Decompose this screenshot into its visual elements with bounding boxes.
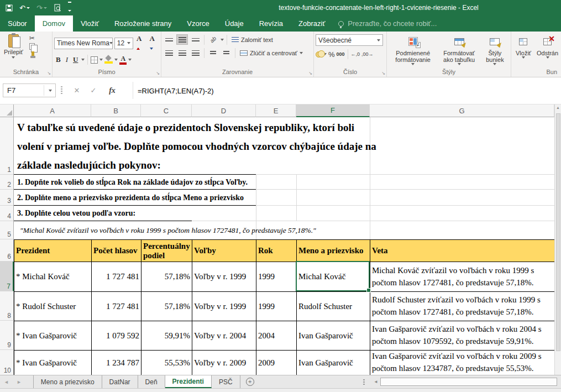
- decrease-indent-button[interactable]: [207, 48, 219, 58]
- row-header-2[interactable]: 2: [0, 175, 14, 190]
- instruction-intro[interactable]: V tabuľke sú uvedené údaje o prezidentoc…: [17, 118, 379, 175]
- cell-E9[interactable]: 2004: [256, 321, 297, 351]
- cancel-button[interactable]: ✕: [70, 83, 84, 97]
- cell-D10[interactable]: Voľby v r. 2009: [192, 351, 256, 375]
- delete-cells-button[interactable]: ✕ Odstrán: [534, 33, 561, 60]
- header-pocet-hlasov[interactable]: Počet hlasov: [92, 240, 141, 262]
- bold-button[interactable]: B: [54, 55, 62, 64]
- select-all-corner[interactable]: [0, 104, 14, 117]
- cell-D7[interactable]: Voľby v r. 1999: [192, 262, 256, 292]
- number-format-select[interactable]: Všeobecné: [316, 34, 383, 46]
- wrap-text-button[interactable]: Zalomiť text: [230, 36, 275, 44]
- paste-button[interactable]: Prilepiť: [2, 33, 25, 60]
- horizontal-scrollbar-thumb[interactable]: [380, 378, 557, 386]
- tab-revizia[interactable]: Revízia: [251, 15, 291, 32]
- row-header-4[interactable]: 4: [0, 206, 14, 221]
- cell-F8[interactable]: Rudolf Schuster: [297, 292, 370, 321]
- tab-vlozit[interactable]: Vložiť: [73, 15, 107, 32]
- instruction-step2[interactable]: 2. Doplňte meno a priezvisko prezidenta …: [17, 190, 244, 206]
- cell-E10[interactable]: 2009: [256, 351, 297, 375]
- tab-udaje[interactable]: Údaje: [217, 15, 251, 32]
- cell-F10[interactable]: Ivan Gašparovič: [297, 351, 370, 375]
- redo-button[interactable]: ↷: [36, 4, 47, 12]
- insert-cells-button[interactable]: Vložiť: [513, 33, 534, 60]
- shrink-font-button[interactable]: A: [148, 34, 159, 52]
- tell-me-box[interactable]: Prezraďte, čo chcete robiť...: [333, 15, 442, 32]
- scroll-left-icon[interactable]: ◄: [371, 379, 380, 384]
- cell-C10[interactable]: 55,53%: [141, 351, 192, 375]
- sheet-tab-den[interactable]: Deň: [138, 375, 165, 388]
- cell-B10[interactable]: 1 234 787: [92, 351, 141, 375]
- vertical-scrollbar-thumb[interactable]: [556, 113, 560, 351]
- cell-styles-button[interactable]: Štýly buniek: [481, 33, 509, 66]
- tab-vzorce[interactable]: Vzorce: [179, 15, 217, 32]
- undo-button[interactable]: ↶: [19, 4, 30, 12]
- italic-button[interactable]: I: [64, 55, 70, 64]
- format-painter-button[interactable]: [32, 51, 34, 56]
- comma-style-button[interactable]: 000: [337, 51, 345, 57]
- number-dialog-launcher[interactable]: ↘: [381, 71, 385, 76]
- cell-C7[interactable]: 57,18%: [141, 262, 192, 292]
- percent-style-button[interactable]: %: [328, 50, 335, 59]
- column-header-c[interactable]: C: [141, 104, 192, 117]
- vertical-scrollbar[interactable]: ▲: [554, 104, 561, 375]
- align-bottom-button[interactable]: [190, 34, 201, 45]
- cell-A10[interactable]: * Ivan Gašparovič: [14, 351, 92, 375]
- sheet-tab-meno-a-priezvisko[interactable]: Meno a priezvisko: [33, 375, 102, 388]
- formula-bar-grip[interactable]: [61, 86, 62, 95]
- accounting-format-button[interactable]: [316, 51, 322, 58]
- align-top-button[interactable]: [163, 34, 175, 45]
- cell-D9[interactable]: Voľby v r. 2004: [192, 321, 256, 351]
- align-center-button[interactable]: [176, 48, 188, 58]
- print-preview-button[interactable]: [54, 4, 61, 12]
- column-header-f-selected[interactable]: F: [296, 104, 370, 117]
- cell-B7[interactable]: 1 727 481: [92, 262, 141, 292]
- row-header-5[interactable]: 5: [0, 221, 14, 239]
- header-veta[interactable]: Veta: [370, 240, 555, 262]
- orientation-button[interactable]: ab: [207, 34, 219, 45]
- header-percentualny-podiel[interactable]: Percentuálny podiel: [141, 240, 192, 262]
- enter-button[interactable]: ✓: [86, 83, 101, 97]
- cell-B8[interactable]: 1 727 481: [92, 292, 141, 321]
- align-left-button[interactable]: [163, 48, 175, 58]
- cell-G10[interactable]: Ivan Gašparovič zvíťazil vo voľbách v ro…: [370, 351, 555, 375]
- font-size-select[interactable]: 12: [114, 38, 133, 49]
- save-button[interactable]: [6, 4, 13, 12]
- cell-C8[interactable]: 57,18%: [141, 292, 192, 321]
- tab-rozlozenie-strany[interactable]: Rozloženie strany: [107, 15, 179, 32]
- cell-G8[interactable]: Rudolf Schuster zvíťazil vo voľbách v ro…: [370, 292, 555, 321]
- cell-A9[interactable]: * Ivan Gašparovič: [14, 321, 92, 351]
- row-header-3[interactable]: 3: [0, 190, 14, 206]
- sheet-nav-right[interactable]: ►: [13, 375, 25, 388]
- borders-button[interactable]: [91, 56, 98, 64]
- align-middle-button[interactable]: [176, 34, 188, 45]
- copy-button[interactable]: [29, 43, 35, 50]
- font-dialog-launcher[interactable]: ↘: [156, 71, 160, 76]
- increase-decimal-button[interactable]: ←,0: [351, 51, 360, 57]
- row-header-6[interactable]: 6: [0, 239, 14, 262]
- font-color-button[interactable]: A: [119, 55, 127, 65]
- row-header-8[interactable]: 8: [0, 291, 14, 321]
- row-header-9[interactable]: 9: [0, 321, 14, 350]
- cell-G9[interactable]: Ivan Gašparovič zvíťazil vo voľbách v ro…: [370, 321, 555, 351]
- grow-font-button[interactable]: A: [135, 34, 146, 52]
- qat-customize-button[interactable]: [68, 2, 71, 14]
- cell-C9[interactable]: 59,91%: [141, 321, 192, 351]
- tab-subor[interactable]: Súbor: [0, 15, 35, 32]
- cell-D8[interactable]: Voľby v r. 1999: [192, 292, 256, 321]
- new-sheet-button[interactable]: +: [246, 375, 254, 388]
- cell-E8[interactable]: 1999: [256, 292, 297, 321]
- header-rok[interactable]: Rok: [256, 240, 297, 262]
- row-header-10[interactable]: 10: [0, 350, 14, 375]
- cell-E7[interactable]: 1999: [256, 262, 297, 292]
- instruction-step1[interactable]: 1. Dopňte rok volieb do stĺpca Rok na zá…: [17, 175, 248, 190]
- align-right-button[interactable]: [190, 48, 201, 58]
- decrease-decimal-button[interactable]: ,00→: [361, 51, 374, 57]
- underline-button[interactable]: U: [71, 55, 80, 64]
- sheet-nav-left[interactable]: ◄: [0, 375, 13, 388]
- alignment-dialog-launcher[interactable]: ↘: [308, 71, 312, 76]
- cell-F9[interactable]: Ivan Gašparovič: [297, 321, 370, 351]
- merge-center-button[interactable]: Zlúčiť a centrovať: [238, 49, 305, 57]
- instruction-example[interactable]: "Michal Kováč zvíťazil vo voľbách v roku…: [20, 221, 316, 239]
- header-volby[interactable]: Voľby: [192, 240, 256, 262]
